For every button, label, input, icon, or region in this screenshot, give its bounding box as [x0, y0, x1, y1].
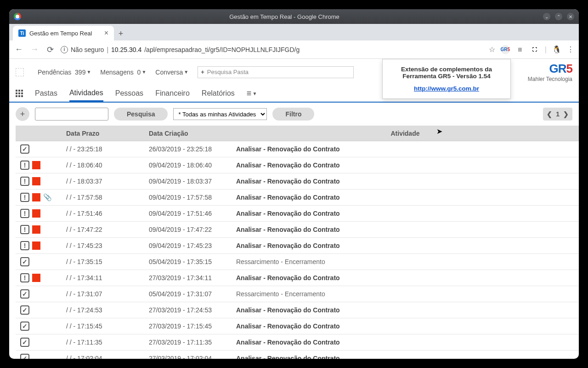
url-host: 10.25.30.4 — [111, 46, 141, 53]
cell-prazo: / / - 18:06:40 — [62, 157, 144, 173]
cell-atividade: Ressarcimento - Encerramento — [232, 254, 579, 270]
cell-prazo: / / - 17:57:58 — [62, 190, 144, 206]
caret-down-icon: ▼ — [86, 69, 91, 75]
reload-button[interactable]: ⟳ — [45, 45, 55, 55]
apps-grid-icon[interactable] — [16, 90, 23, 97]
broken-image-icon — [16, 68, 24, 76]
cell-criacao: 27/03/2019 - 17:34:11 — [144, 270, 232, 286]
table-row[interactable]: / / - 18:06:4009/04/2019 - 18:06:40Anali… — [16, 157, 579, 173]
cell-atividade: Analisar - Renovação do Contrato — [232, 334, 579, 351]
cell-criacao: 09/04/2019 - 18:06:40 — [144, 157, 232, 173]
table-row[interactable]: / / - 17:51:4609/04/2019 - 17:51:46Anali… — [16, 206, 579, 222]
nav-financeiro[interactable]: Financeiro — [155, 85, 190, 102]
next-page-icon[interactable]: ❯ — [563, 110, 569, 118]
priority-red-icon — [32, 274, 40, 282]
table-row[interactable]: / / - 17:45:2309/04/2019 - 17:45:23Anali… — [16, 238, 579, 254]
window-title: Gestão em Tempo Real - Google Chrome — [26, 13, 543, 20]
cell-atividade: Analisar - Renovação do Contrato — [232, 141, 579, 157]
cell-prazo: / / - 17:45:23 — [62, 238, 144, 254]
table-row[interactable]: / / - 17:47:2209/04/2019 - 17:47:22Anali… — [16, 222, 579, 238]
nav-pessoas[interactable]: Pessoas — [115, 85, 143, 102]
url-display[interactable]: i Não seguro | 10.25.30.4/apl/empresapad… — [61, 46, 483, 53]
checkbox-icon — [20, 354, 29, 359]
cell-prazo: / / - 17:34:11 — [62, 270, 144, 286]
table-row[interactable]: / / - 17:02:0427/03/2019 - 17:02:04Anali… — [16, 351, 579, 359]
bookmark-star-icon[interactable]: ☆ — [489, 45, 495, 54]
cell-criacao: 09/04/2019 - 18:03:37 — [144, 173, 232, 190]
table-row[interactable]: / / - 18:03:3709/04/2019 - 18:03:37Anali… — [16, 173, 579, 190]
nav-pastas[interactable]: Pastas — [35, 85, 57, 102]
extension-popup: Extensão de complementos da Ferramenta G… — [382, 59, 511, 99]
table-row[interactable]: / / - 17:35:1505/04/2019 - 17:35:15Ressa… — [16, 254, 579, 270]
nav-relatorios[interactable]: Relatórios — [202, 85, 235, 102]
cell-criacao: 05/04/2019 - 17:35:15 — [144, 254, 232, 270]
alert-icon — [20, 241, 29, 250]
checkbox-icon — [20, 289, 29, 299]
checkbox-icon — [20, 322, 29, 331]
filtro-button[interactable]: Filtro — [272, 108, 314, 121]
url-path: /apl/empresapadrao_ti/gr5/ID=NOPHJLLNLFJ… — [144, 46, 300, 53]
minimize-button[interactable]: ⌄ — [543, 13, 550, 20]
cell-atividade: Analisar - Renovação do Contrato — [232, 190, 579, 206]
extension-icon-3[interactable]: ⛶ — [530, 45, 539, 54]
cell-prazo: / / - 17:02:04 — [62, 351, 144, 359]
cell-atividade: Analisar - Renovação do Contrato — [232, 157, 579, 173]
filter-select[interactable]: * Todas as minhas Atividades — [173, 108, 267, 120]
close-window-button[interactable]: ✕ — [567, 13, 574, 20]
table-row[interactable]: / / - 17:24:5327/03/2019 - 17:24:53Anali… — [16, 302, 579, 318]
cell-prazo: / / - 17:11:35 — [62, 334, 144, 351]
quick-search-input[interactable] — [35, 108, 108, 121]
cell-criacao: 27/03/2019 - 17:02:04 — [144, 351, 232, 359]
browser-tab[interactable]: Ti Gestão em Tempo Real × — [13, 26, 114, 40]
gr5-extension-icon[interactable]: GR5 — [501, 45, 510, 54]
back-button[interactable]: ← — [14, 45, 24, 55]
address-bar: ← → ⟳ i Não seguro | 10.25.30.4/apl/empr… — [9, 40, 579, 59]
add-button[interactable]: + — [16, 107, 29, 121]
maximize-button[interactable]: ⌃ — [555, 13, 562, 20]
table-row[interactable]: / / - 23:25:1826/03/2019 - 23:25:18Anali… — [16, 141, 579, 157]
list-menu-dropdown[interactable]: ≡▼ — [247, 89, 257, 98]
app-window: Gestão em Tempo Real - Google Chrome ⌄ ⌃… — [9, 9, 579, 359]
col-atividade[interactable]: Atividade — [232, 126, 579, 141]
table-row[interactable]: / / - 17:31:0705/04/2019 - 17:31:07Ressa… — [16, 286, 579, 302]
cell-prazo: / / - 23:25:18 — [62, 141, 144, 157]
cell-atividade: Analisar - Renovação do Contrato — [232, 206, 579, 222]
popup-link[interactable]: http://www.gr5.com.br — [414, 85, 479, 92]
cell-atividade: Analisar - Renovação do Contrato — [232, 318, 579, 334]
mensagens-dropdown[interactable]: Mensagens 0 ▼ — [100, 69, 146, 76]
cell-criacao: 09/04/2019 - 17:47:22 — [144, 222, 232, 238]
conversa-dropdown[interactable]: Conversa ▼ — [155, 69, 188, 76]
cell-prazo: / / - 17:47:22 — [62, 222, 144, 238]
browser-tabstrip: Ti Gestão em Tempo Real × + — [9, 24, 579, 40]
cell-criacao: 27/03/2019 - 17:24:53 — [144, 302, 232, 318]
col-prazo[interactable]: Data Prazo — [62, 126, 144, 141]
activities-table-wrap[interactable]: Data Prazo Data Criação Atividade / / - … — [16, 126, 579, 359]
cell-criacao: 05/04/2019 - 17:31:07 — [144, 286, 232, 302]
popup-text: Extensão de complementos da Ferramenta G… — [390, 66, 503, 80]
nav-atividades[interactable]: Atividades — [69, 85, 103, 102]
checkbox-icon — [20, 305, 29, 315]
forward-button[interactable]: → — [29, 45, 40, 55]
table-row[interactable]: 📎/ / - 17:57:5809/04/2019 - 17:57:58Anal… — [16, 190, 579, 206]
table-row[interactable]: / / - 17:34:1127/03/2019 - 17:34:11Anali… — [16, 270, 579, 286]
chrome-icon — [14, 13, 21, 20]
attachment-icon: 📎 — [43, 193, 52, 201]
close-tab-icon[interactable]: × — [104, 29, 108, 37]
table-row[interactable]: / / - 17:15:4527/03/2019 - 17:15:45Anali… — [16, 318, 579, 334]
alert-icon — [20, 273, 29, 282]
table-row[interactable]: / / - 17:11:3527/03/2019 - 17:11:35Anali… — [16, 334, 579, 351]
pendencias-dropdown[interactable]: Pendências 399 ▼ — [38, 69, 91, 76]
chrome-menu-icon[interactable]: ⋮ — [567, 45, 574, 54]
cell-prazo: / / - 17:35:15 — [62, 254, 144, 270]
col-criacao[interactable]: Data Criação — [144, 126, 232, 141]
profile-avatar[interactable]: 🐧 — [552, 45, 561, 54]
search-folder-input[interactable]: + Pesquisa Pasta — [198, 66, 354, 78]
cell-atividade: Analisar - Renovação do Contrato — [232, 351, 579, 359]
cell-criacao: 09/04/2019 - 17:57:58 — [144, 190, 232, 206]
pesquisa-button[interactable]: Pesquisa — [114, 108, 168, 121]
page-number: 1 — [556, 110, 560, 118]
activities-table: Data Prazo Data Criação Atividade / / - … — [16, 126, 579, 359]
extension-icon-2[interactable]: ⁝⁝ — [515, 45, 525, 54]
prev-page-icon[interactable]: ❮ — [547, 110, 552, 118]
new-tab-button[interactable]: + — [114, 27, 128, 40]
